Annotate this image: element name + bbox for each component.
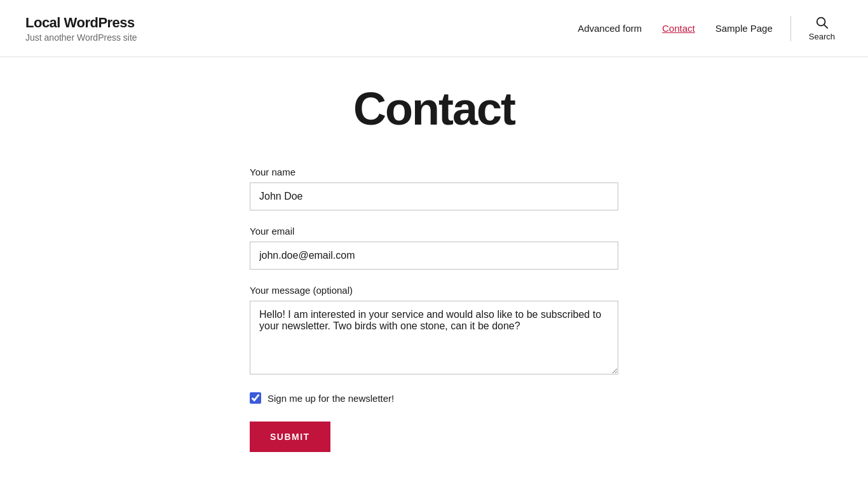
search-label: Search (809, 32, 835, 41)
svg-line-1 (825, 25, 828, 28)
site-branding: Local WordPress Just another WordPress s… (25, 15, 137, 43)
submit-button[interactable]: SUBMIT (250, 422, 330, 452)
site-header: Local WordPress Just another WordPress s… (0, 0, 868, 57)
name-label: Your name (250, 167, 618, 177)
nav-divider (790, 16, 791, 41)
nav-link-advanced-form[interactable]: Advanced form (570, 18, 649, 39)
email-label: Your email (250, 226, 618, 237)
name-group: Your name (250, 167, 618, 210)
nav-link-sample-page[interactable]: Sample Page (708, 18, 780, 39)
page-title: Contact (161, 83, 707, 135)
nav-link-contact[interactable]: Contact (654, 18, 703, 39)
message-label: Your message (optional) (250, 285, 618, 296)
site-title[interactable]: Local WordPress (25, 15, 137, 31)
email-group: Your email (250, 226, 618, 270)
message-textarea[interactable]: Hello! I am interested in your service a… (250, 301, 618, 374)
email-input[interactable] (250, 242, 618, 270)
site-tagline: Just another WordPress site (25, 32, 137, 43)
message-group: Your message (optional) Hello! I am inte… (250, 285, 618, 377)
newsletter-checkbox[interactable] (250, 392, 261, 404)
site-nav: Advanced form Contact Sample Page Search (570, 10, 843, 46)
name-input[interactable] (250, 182, 618, 210)
contact-form: Your name Your email Your message (optio… (250, 167, 618, 452)
main-content: Contact Your name Your email Your messag… (148, 57, 720, 487)
search-button[interactable]: Search (801, 10, 843, 46)
search-icon (815, 15, 829, 29)
newsletter-group: Sign me up for the newsletter! (250, 392, 618, 404)
newsletter-label[interactable]: Sign me up for the newsletter! (268, 393, 394, 404)
